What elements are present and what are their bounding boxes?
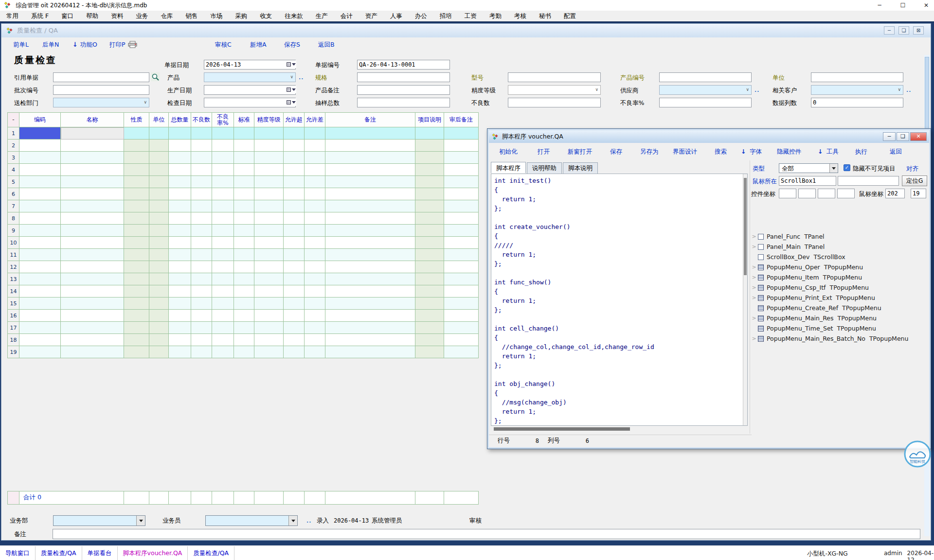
grid-cell[interactable] — [444, 152, 479, 164]
grid-cell[interactable] — [254, 127, 284, 140]
scrollbar-thumb[interactable] — [925, 57, 929, 140]
grid-cell[interactable] — [325, 237, 415, 249]
code-text[interactable]: int init_test() { return 1; }; int creat… — [494, 176, 654, 425]
grid-cell[interactable] — [444, 346, 479, 358]
grid-cell[interactable] — [254, 188, 284, 200]
grid-column-header-总数量[interactable]: 总数量 — [169, 113, 191, 127]
grid-cell[interactable] — [415, 164, 444, 176]
grid-row-number[interactable]: 14 — [8, 285, 19, 298]
grid-cell[interactable] — [415, 127, 444, 140]
salesman-select[interactable] — [205, 515, 298, 526]
grid-cell[interactable] — [305, 273, 325, 285]
editor-tab-说明帮助[interactable]: 说明帮助 — [527, 162, 562, 174]
taskbar-button-质量检查/QA[interactable]: 质量检查/QA — [36, 546, 82, 560]
menu-item-窗口[interactable]: 窗口 — [55, 12, 80, 20]
grid-cell[interactable] — [61, 249, 124, 261]
grid-cell[interactable] — [169, 249, 191, 261]
menu-item-考勤[interactable]: 考勤 — [483, 12, 508, 20]
grid-cell[interactable] — [254, 225, 284, 237]
grid-cell[interactable] — [415, 322, 444, 334]
grid-cell[interactable] — [124, 310, 149, 322]
grid-row-number[interactable]: 2 — [8, 140, 19, 152]
grid-cell[interactable] — [61, 298, 124, 310]
grid-cell[interactable] — [234, 188, 254, 200]
grid-cell[interactable] — [191, 212, 212, 225]
grid-cell[interactable] — [191, 237, 212, 249]
editor-tab-脚本程序[interactable]: 脚本程序 — [491, 162, 526, 173]
next-doc-button[interactable]: 后单N — [42, 41, 59, 49]
script-caption[interactable]: 脚本程序 voucher.QA ─ ❏ ✕ — [489, 130, 929, 143]
grid-cell[interactable] — [444, 212, 479, 225]
dropdown-arrow-icon[interactable]: ↓ — [741, 148, 746, 155]
grid-cell[interactable] — [19, 298, 61, 310]
grid-cell[interactable] — [191, 200, 212, 212]
bill-date-dropdown[interactable] — [286, 60, 296, 68]
grid-cell[interactable] — [305, 310, 325, 322]
grid-cell[interactable] — [19, 322, 61, 334]
grid-cell[interactable] — [305, 127, 325, 140]
grid-cell[interactable] — [169, 237, 191, 249]
expand-chevron-icon[interactable]: > — [750, 233, 758, 240]
grid-cell[interactable] — [169, 273, 191, 285]
menu-item-人事[interactable]: 人事 — [384, 12, 409, 20]
ctrl-y2-input[interactable] — [837, 189, 855, 198]
editor-tab-脚本说明[interactable]: 脚本说明 — [563, 162, 598, 174]
grid-row-number[interactable]: 15 — [8, 298, 19, 310]
grid-cell[interactable] — [305, 261, 325, 273]
ctrl-x1-input[interactable] — [779, 189, 796, 198]
type-select[interactable]: 全部 — [779, 163, 838, 173]
grid-cell[interactable] — [149, 261, 169, 273]
grid-column-header-不良数[interactable]: 不良数 — [191, 113, 212, 127]
ref-bill-input[interactable] — [53, 72, 149, 82]
mouse-in-input-2[interactable] — [838, 176, 899, 186]
script-minimize-button[interactable]: ─ — [883, 132, 896, 141]
grid-cell[interactable] — [19, 212, 61, 225]
script-toolbar-保存[interactable]: 保存 — [610, 148, 622, 156]
grid-cell[interactable] — [234, 249, 254, 261]
grid-cell[interactable] — [149, 225, 169, 237]
grid-cell[interactable] — [325, 273, 415, 285]
grid-cell[interactable] — [234, 237, 254, 249]
taskbar-button-脚本程序voucher.QA[interactable]: 脚本程序voucher.QA — [118, 546, 188, 560]
unit-input[interactable] — [811, 72, 903, 82]
grid-cell[interactable] — [212, 212, 234, 225]
menu-item-工资[interactable]: 工资 — [458, 12, 483, 20]
doc-caption[interactable]: 质量检查 / QA ─ ❏ ⊠ — [1, 24, 931, 37]
grid-cell[interactable] — [212, 140, 234, 152]
grid-cell[interactable] — [305, 249, 325, 261]
grid-cell[interactable] — [415, 346, 444, 358]
menu-item-仓库[interactable]: 仓库 — [154, 12, 179, 20]
grid-cell[interactable] — [415, 285, 444, 298]
grid-cell[interactable] — [191, 285, 212, 298]
grid-cell[interactable] — [149, 140, 169, 152]
product-note-input[interactable] — [357, 85, 450, 95]
grid-cell[interactable] — [19, 152, 61, 164]
tree-item-PopupMenu_Oper[interactable]: >PopupMenu_OperTPopupMenu — [750, 262, 928, 272]
doc-minimize-button[interactable]: ─ — [884, 26, 895, 35]
grid-cell[interactable] — [234, 152, 254, 164]
grid-cell[interactable] — [169, 164, 191, 176]
grid-cell[interactable] — [254, 273, 284, 285]
grid-cell[interactable] — [325, 164, 415, 176]
mouse-y-input[interactable] — [911, 189, 926, 198]
grid-cell[interactable] — [444, 273, 479, 285]
data-cols-input[interactable] — [811, 98, 903, 107]
grid-cell[interactable] — [254, 164, 284, 176]
grid-cell[interactable] — [169, 298, 191, 310]
grid-cell[interactable] — [254, 152, 284, 164]
grid-cell[interactable] — [284, 334, 305, 346]
grid-cell[interactable] — [191, 188, 212, 200]
grid-cell[interactable] — [124, 127, 149, 140]
menu-item-销售[interactable]: 销售 — [179, 12, 204, 20]
expand-chevron-icon[interactable]: > — [750, 295, 758, 301]
grid-cell[interactable] — [212, 334, 234, 346]
defect-rate-input[interactable] — [659, 98, 752, 107]
grid-cell[interactable] — [305, 188, 325, 200]
menu-item-采购[interactable]: 采购 — [229, 12, 253, 20]
tree-item-PopupMenu_Time_Set[interactable]: PopupMenu_Time_SetTPopupMenu — [750, 323, 928, 333]
grid-cell[interactable] — [191, 310, 212, 322]
grid-cell[interactable] — [124, 273, 149, 285]
grid-cell[interactable] — [212, 322, 234, 334]
grid-row-number[interactable]: 6 — [8, 188, 19, 200]
grid-column-header-项目说明[interactable]: 项目说明 — [415, 113, 444, 127]
